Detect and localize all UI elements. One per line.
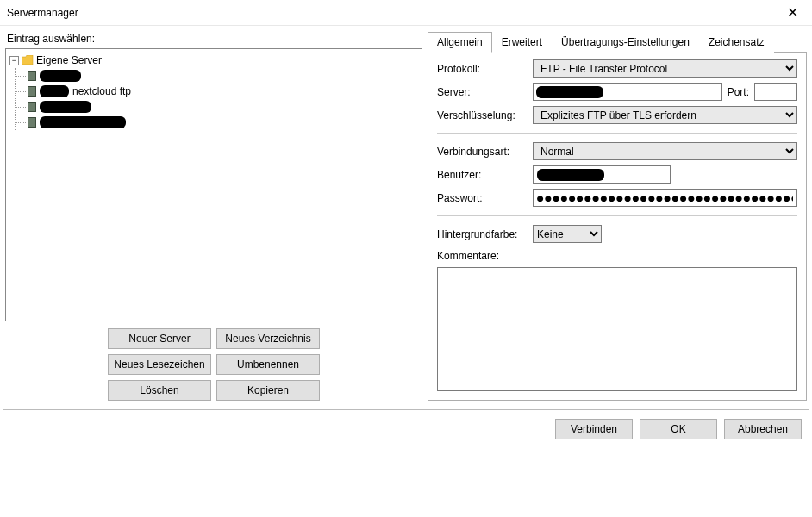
left-panel: Eintrag auswählen: − Eigene Server (5, 31, 422, 401)
separator (437, 133, 797, 134)
conntype-row: Verbindungsart: Normal (437, 142, 797, 160)
servermanager-window: Servermanager ✕ Eintrag auswählen: − Eig… (0, 0, 812, 517)
footer: Verbinden OK Abbrechen (0, 410, 812, 448)
comments-textarea[interactable] (437, 267, 797, 391)
server-icon (28, 86, 36, 97)
server-row: Server: Port: (437, 83, 797, 101)
new-bookmark-button[interactable]: Neues Lesezeichen (108, 354, 211, 375)
new-server-button[interactable]: Neuer Server (108, 328, 211, 349)
server-icon (28, 102, 36, 112)
tree-item[interactable]: nextcloud ftp (28, 84, 418, 99)
conntype-select[interactable]: Normal (533, 142, 797, 160)
tab-general[interactable]: Allgemein (428, 32, 492, 53)
titlebar: Servermanager ✕ (0, 0, 812, 26)
redacted-user (537, 169, 604, 181)
tree-item[interactable] (28, 99, 418, 115)
user-label: Benutzer: (437, 169, 528, 181)
password-input[interactable] (533, 189, 797, 207)
protocol-label: Protokoll: (437, 63, 528, 75)
port-input[interactable] (754, 83, 797, 101)
rename-button[interactable]: Umbenennen (216, 354, 320, 375)
redacted-label (40, 70, 81, 82)
window-title: Servermanager (7, 7, 78, 19)
tab-panel-general: Protokoll: FTP - File Transfer Protocol … (428, 53, 807, 401)
tree-children: nextcloud ftp (15, 68, 418, 130)
ok-button[interactable]: OK (640, 419, 717, 439)
tree-item[interactable] (28, 68, 418, 84)
separator (437, 215, 797, 216)
tabs: Allgemein Erweitert Übertragungs-Einstel… (428, 31, 807, 53)
close-icon[interactable]: ✕ (780, 4, 805, 22)
tree-item[interactable] (28, 115, 418, 130)
tree-item-label: nextcloud ftp (72, 85, 131, 97)
folder-icon (22, 55, 34, 65)
tree-root[interactable]: − Eigene Server (9, 53, 418, 68)
encryption-row: Verschlüsselung: Explizites FTP über TLS… (437, 106, 797, 124)
entry-select-label: Eintrag auswählen: (7, 33, 422, 45)
tab-advanced[interactable]: Erweitert (492, 32, 552, 53)
redacted-server (536, 86, 603, 98)
connect-button[interactable]: Verbinden (555, 419, 633, 439)
cancel-button[interactable]: Abbrechen (724, 419, 802, 439)
user-row: Benutzer: (437, 165, 797, 184)
bgcolor-select[interactable]: Keine (533, 225, 602, 243)
tree-root-label: Eigene Server (36, 54, 102, 66)
password-label: Passwort: (437, 192, 528, 204)
encryption-label: Verschlüsselung: (437, 109, 528, 121)
server-icon (28, 71, 36, 81)
comments-label: Kommentare: (437, 250, 797, 262)
right-panel: Allgemein Erweitert Übertragungs-Einstel… (428, 31, 807, 401)
redacted-label (40, 116, 126, 128)
tab-transfer[interactable]: Übertragungs-Einstellungen (552, 32, 699, 53)
tree-buttons: Neuer Server Neues Verzeichnis Neues Les… (5, 321, 422, 401)
tree-collapse-icon[interactable]: − (9, 56, 19, 65)
protocol-row: Protokoll: FTP - File Transfer Protocol (437, 59, 797, 78)
server-icon (28, 117, 36, 128)
delete-button[interactable]: Löschen (108, 380, 211, 401)
server-label: Server: (437, 86, 528, 98)
server-tree[interactable]: − Eigene Server nextcloud ftp (5, 48, 422, 321)
redacted-label (40, 101, 91, 113)
password-row: Passwort: (437, 189, 797, 207)
encryption-select[interactable]: Explizites FTP über TLS erfordern (533, 106, 797, 124)
bgcolor-label: Hintergrundfarbe: (437, 228, 528, 240)
port-label: Port: (728, 86, 749, 98)
redacted-label (40, 85, 69, 97)
conntype-label: Verbindungsart: (437, 146, 528, 158)
copy-button[interactable]: Kopieren (216, 380, 320, 401)
protocol-select[interactable]: FTP - File Transfer Protocol (533, 59, 797, 78)
bgcolor-row: Hintergrundfarbe: Keine (437, 225, 797, 243)
new-directory-button[interactable]: Neues Verzeichnis (216, 328, 320, 349)
tab-charset[interactable]: Zeichensatz (699, 32, 774, 53)
